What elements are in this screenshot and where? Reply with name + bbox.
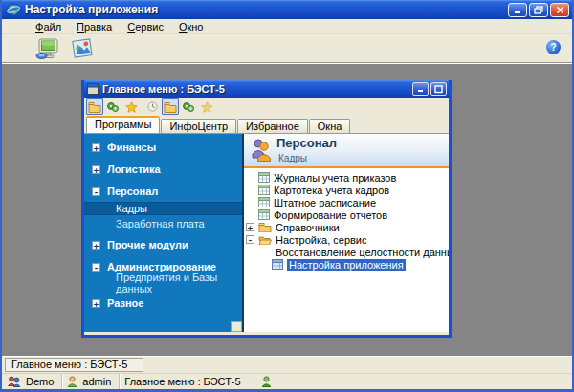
tree-item-label: Разное: [107, 297, 144, 309]
tree-item-personnel[interactable]: - Персонал: [84, 185, 242, 198]
tree-item-kadry[interactable]: Кадры: [84, 202, 242, 215]
expand-plus-icon[interactable]: +: [92, 241, 100, 250]
list-item-folder[interactable]: - Настройка, сервис: [244, 233, 449, 246]
list-item-label: Восстановление целостности данных: [276, 247, 449, 258]
list-item-label: Справочники: [276, 222, 340, 233]
mdi-workspace: Главное меню : БЭСТ-5: [2, 63, 572, 356]
restore-button[interactable]: [529, 3, 548, 17]
tree-item-logistics[interactable]: + Логистика: [84, 163, 242, 176]
table-icon: [258, 197, 270, 207]
items-list: Журналы учета приказов Картотека учета к…: [244, 168, 449, 271]
tree-item-label: Предприятия и Базы данных: [116, 272, 242, 294]
form-icon: [87, 83, 99, 95]
menu-edit[interactable]: Правка: [70, 20, 119, 33]
child-maximize-button[interactable]: [430, 82, 447, 96]
window-task-button[interactable]: Главное меню : БЭСТ-5: [5, 358, 144, 372]
child-body: + Финансы + Логистика - Персонал Кадры: [84, 133, 449, 332]
folder-view-icon[interactable]: [162, 98, 179, 115]
table-icon: [258, 209, 270, 220]
tree-item-enterprises[interactable]: Предприятия и Базы данных: [84, 276, 242, 290]
child-minimize-button[interactable]: [412, 82, 429, 96]
mdi-taskband: Главное меню : БЭСТ-5: [2, 356, 572, 373]
window-title: Настройка приложения: [25, 3, 508, 16]
tree-item-label: Финансы: [107, 142, 156, 153]
active-window-label: Главное меню : БЭСТ-5: [124, 376, 240, 387]
title-bar[interactable]: Настройка приложения: [2, 0, 572, 19]
tab-infocenter[interactable]: ИнфоЦентр: [161, 119, 236, 133]
tree-item-finance[interactable]: + Финансы: [84, 141, 242, 154]
minimize-button[interactable]: [508, 3, 527, 17]
menu-window[interactable]: Окно: [172, 20, 210, 33]
star-view-icon[interactable]: [198, 98, 215, 115]
status-company-panel: Demo: [2, 374, 62, 389]
expand-plus-icon[interactable]: +: [92, 299, 100, 308]
status-user-panel: admin: [62, 374, 120, 389]
list-item[interactable]: Штатное расписание: [244, 196, 449, 208]
status-bar: Demo admin Главное меню : БЭСТ-5: [2, 373, 572, 389]
programs-folder-icon[interactable]: [86, 98, 103, 115]
gears-view-icon[interactable]: [180, 98, 197, 115]
folder-closed-icon: [258, 222, 272, 232]
list-item-label: Настройка приложения: [287, 259, 406, 271]
module-tree-panel: + Финансы + Логистика - Персонал Кадры: [84, 134, 242, 332]
close-button[interactable]: [550, 3, 569, 17]
tree-item-label: Прочие модули: [107, 239, 188, 250]
tree-item-misc[interactable]: + Разное: [84, 296, 242, 310]
list-item[interactable]: Картотека учета кадров: [244, 184, 449, 196]
list-item-label: Формирование отчетов: [274, 209, 387, 221]
main-menu-window: Главное меню : БЭСТ-5: [81, 80, 452, 338]
expand-minus-icon[interactable]: -: [92, 263, 100, 272]
child-toolbar: [84, 98, 449, 116]
list-item-selected[interactable]: Настройка приложения: [244, 258, 449, 271]
tree-item-label: Персонал: [107, 185, 158, 197]
list-item[interactable]: Журналы учета приказов: [244, 171, 449, 184]
list-item-label: Штатное расписание: [274, 197, 376, 208]
online-user-icon: [261, 376, 272, 387]
table-icon: [272, 259, 283, 270]
menu-bar: Файл Правка Сервис Окно: [2, 19, 572, 34]
child-title-bar[interactable]: Главное меню : БЭСТ-5: [84, 80, 449, 98]
status-window-panel: Главное меню : БЭСТ-5: [120, 374, 572, 389]
tree-item-label: Логистика: [107, 163, 161, 175]
child-window-title: Главное меню : БЭСТ-5: [102, 83, 410, 95]
expand-plus-icon[interactable]: +: [92, 143, 100, 152]
tree-item-other-modules[interactable]: + Прочие модули: [84, 238, 242, 251]
pictures-icon[interactable]: [69, 36, 96, 61]
history-clock-icon[interactable]: [144, 98, 161, 115]
list-item[interactable]: Восстановление целостности данных: [244, 246, 449, 258]
tree-item-label: Кадры: [116, 203, 147, 214]
splitter-grip[interactable]: [231, 321, 242, 332]
menu-service[interactable]: Сервис: [121, 20, 170, 33]
tab-strip: Программы ИнфоЦентр Избранное Окна: [84, 116, 449, 133]
table-icon: [258, 185, 270, 195]
list-item[interactable]: Формирование отчетов: [244, 208, 449, 221]
tab-windows[interactable]: Окна: [309, 119, 351, 133]
app-window: Настройка приложения Файл Правка Сервис …: [0, 0, 574, 392]
expand-minus-icon[interactable]: -: [92, 187, 100, 196]
user-icon: [67, 376, 77, 387]
company-users-icon: [7, 376, 21, 387]
list-item-label: Журналы учета приказов: [274, 172, 396, 184]
expand-plus-icon[interactable]: +: [92, 165, 100, 174]
computer-icon[interactable]: [34, 36, 61, 61]
list-item-label: Картотека учета кадров: [274, 185, 389, 196]
help-icon[interactable]: ?: [546, 40, 561, 54]
menu-file[interactable]: Файл: [29, 20, 68, 33]
globe-icon: [7, 3, 20, 16]
expand-minus-icon[interactable]: -: [246, 235, 254, 244]
user-label: admin: [82, 376, 111, 387]
panel-subtitle: Кадры: [278, 153, 307, 163]
expand-plus-icon[interactable]: +: [246, 223, 254, 231]
list-item-label: Настройка, сервис: [276, 234, 367, 246]
folder-open-icon: [258, 234, 272, 245]
tree-item-salary[interactable]: Заработная плата: [84, 217, 242, 230]
items-panel: Персонал Кадры Журналы учета приказов Ка…: [242, 134, 449, 332]
tab-programs[interactable]: Программы: [86, 116, 160, 133]
infocenter-gears-icon[interactable]: [104, 98, 121, 115]
people-icon: [250, 138, 273, 163]
list-item-folder[interactable]: + Справочники: [244, 221, 449, 233]
tab-favorites[interactable]: Избранное: [237, 119, 308, 133]
favorites-star-icon[interactable]: [122, 98, 140, 115]
table-icon: [258, 172, 270, 183]
tree-item-label: Заработная плата: [116, 218, 205, 229]
